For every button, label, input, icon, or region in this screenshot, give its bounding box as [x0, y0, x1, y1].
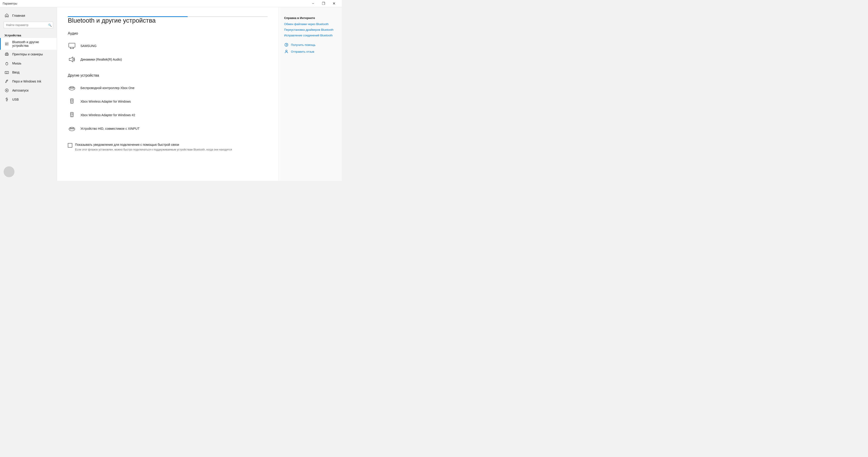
autoplay-icon	[4, 88, 9, 93]
panel-section-label: Справка в Интернете	[284, 16, 336, 20]
sidebar-item-mouse[interactable]: Мышь	[0, 59, 57, 68]
printer-icon	[4, 52, 9, 57]
device-item-xbox-adapter-1[interactable]: Xbox Wireless Adapter for Windows	[68, 95, 268, 108]
page-title: Bluetooth и другие устройства	[68, 17, 268, 24]
sidebar-item-bluetooth-label: Bluetooth и другие устройства	[12, 40, 52, 48]
speaker-icon	[68, 55, 76, 63]
device-item-xbox-adapter-2[interactable]: Xbox Wireless Adapter for Windows #2	[68, 108, 268, 122]
search-box: 🔍	[4, 22, 53, 28]
home-icon	[4, 13, 9, 18]
pen-icon	[4, 79, 9, 84]
checkbox-row: Показывать уведомления для подключения с…	[68, 143, 268, 151]
device-item-xbox-controller[interactable]: Беспроводной контроллер Xbox One	[68, 81, 268, 95]
sidebar-item-pen[interactable]: Перо и Windows Ink	[0, 77, 57, 86]
device-name-xbox-adapter-1: Xbox Wireless Adapter for Windows	[81, 100, 131, 103]
device-name-xbox-adapter-2: Xbox Wireless Adapter for Windows #2	[81, 113, 135, 117]
sidebar-section-label: Устройства	[0, 32, 57, 38]
avatar[interactable]	[4, 166, 14, 177]
svg-rect-3	[6, 53, 8, 54]
panel-link-0[interactable]: Обмен файлами через Bluetooth	[284, 22, 336, 26]
usb-device-icon-1	[68, 97, 76, 105]
device-name-hid-xinput: Устройство HID, совместимое с XINPUT	[81, 127, 140, 130]
sidebar: Главная 🔍 Устройства BT Bluetooth и друг…	[0, 7, 57, 181]
svg-point-34	[70, 128, 71, 129]
monitor-icon	[68, 42, 76, 50]
other-section-heading: Другие устройства	[68, 73, 268, 78]
svg-point-39	[286, 46, 287, 46]
person-icon	[284, 49, 289, 54]
audio-device-list: SAMSUNG Динамики (Realtek(R) Audio)	[68, 39, 268, 66]
sidebar-item-input[interactable]: Ввод	[0, 68, 57, 77]
gamepad-icon-2	[68, 125, 76, 133]
svg-rect-16	[7, 99, 8, 100]
help-item-0[interactable]: Получить помощь	[284, 42, 336, 47]
device-item-speakers[interactable]: Динамики (Realtek(R) Audio)	[68, 53, 268, 66]
svg-point-23	[70, 88, 71, 89]
help-link-0[interactable]: Получить помощь	[291, 43, 315, 47]
sidebar-item-printers[interactable]: Принтеры и сканеры	[0, 50, 57, 59]
device-name-xbox-controller: Беспроводной контроллер Xbox One	[81, 86, 134, 90]
svg-rect-7	[5, 71, 8, 74]
sidebar-bottom	[0, 163, 57, 181]
checkbox-sublabel: Если этот флажок установлен, можно быстр…	[75, 148, 232, 151]
svg-rect-14	[6, 98, 7, 101]
device-name-samsung: SAMSUNG	[81, 44, 96, 48]
chat-icon	[284, 42, 289, 47]
panel-link-2[interactable]: Исправление соединений Bluetooth	[284, 34, 336, 37]
right-panel: Справка в Интернете Обмен файлами через …	[278, 7, 342, 181]
svg-point-35	[73, 128, 74, 129]
home-label: Главная	[12, 13, 25, 18]
maximize-button[interactable]: ❐	[318, 0, 329, 7]
window-controls: − ❐ ✕	[308, 0, 339, 7]
sidebar-item-home[interactable]: Главная	[0, 11, 57, 20]
sidebar-item-printers-label: Принтеры и сканеры	[12, 53, 43, 56]
main-content: Bluetooth и другие устройства Аудио SAMS…	[57, 7, 278, 181]
sidebar-item-autoplay-label: Автозапуск	[12, 89, 29, 92]
close-button[interactable]: ✕	[329, 0, 339, 7]
other-device-list: Беспроводной контроллер Xbox One Xbox Wi…	[68, 81, 268, 135]
svg-rect-17	[69, 43, 75, 47]
svg-point-24	[73, 88, 74, 89]
progress-bar	[68, 16, 188, 17]
gamepad-icon-1	[68, 84, 76, 92]
svg-marker-21	[69, 57, 73, 62]
sidebar-item-bluetooth[interactable]: BT Bluetooth и другие устройства	[0, 38, 57, 50]
sidebar-item-usb[interactable]: USB	[0, 95, 57, 104]
device-name-speakers: Динамики (Realtek(R) Audio)	[81, 58, 122, 61]
quick-connect-checkbox[interactable]	[68, 143, 72, 148]
svg-text:BT: BT	[5, 43, 8, 45]
svg-rect-28	[71, 100, 72, 101]
sidebar-item-autoplay[interactable]: Автозапуск	[0, 86, 57, 95]
usb-device-icon-2	[68, 111, 76, 119]
svg-point-32	[72, 116, 72, 117]
audio-section-heading: Аудио	[68, 31, 268, 35]
svg-rect-4	[6, 55, 8, 55]
svg-point-40	[286, 50, 287, 52]
window-title: Параметры	[3, 2, 17, 5]
search-button[interactable]: 🔍	[48, 23, 52, 27]
mouse-icon	[4, 61, 9, 65]
svg-point-29	[72, 102, 72, 103]
minimize-button[interactable]: −	[308, 0, 318, 7]
title-bar: Параметры − ❐ ✕	[0, 0, 342, 7]
usb-icon	[4, 97, 9, 102]
search-input[interactable]	[4, 22, 53, 28]
device-item-hid-xinput[interactable]: Устройство HID, совместимое с XINPUT	[68, 122, 268, 135]
top-progress	[68, 16, 268, 17]
svg-rect-31	[71, 113, 72, 115]
checkbox-label: Показывать уведомления для подключения с…	[75, 143, 232, 147]
panel-link-1[interactable]: Переустановка драйверов Bluetooth	[284, 28, 336, 31]
svg-rect-15	[6, 98, 6, 99]
checkbox-text: Показывать уведомления для подключения с…	[75, 143, 232, 151]
help-item-1[interactable]: Отправить отзыв	[284, 49, 336, 54]
app-body: Главная 🔍 Устройства BT Bluetooth и друг…	[0, 7, 342, 181]
keyboard-icon	[4, 70, 9, 74]
sidebar-item-input-label: Ввод	[12, 70, 20, 74]
sidebar-item-mouse-label: Мышь	[12, 61, 21, 65]
bluetooth-icon: BT	[4, 41, 9, 46]
device-item-samsung[interactable]: SAMSUNG	[68, 39, 268, 53]
help-link-1[interactable]: Отправить отзыв	[291, 50, 314, 53]
sidebar-item-pen-label: Перо и Windows Ink	[12, 80, 41, 83]
sidebar-item-usb-label: USB	[12, 98, 19, 101]
